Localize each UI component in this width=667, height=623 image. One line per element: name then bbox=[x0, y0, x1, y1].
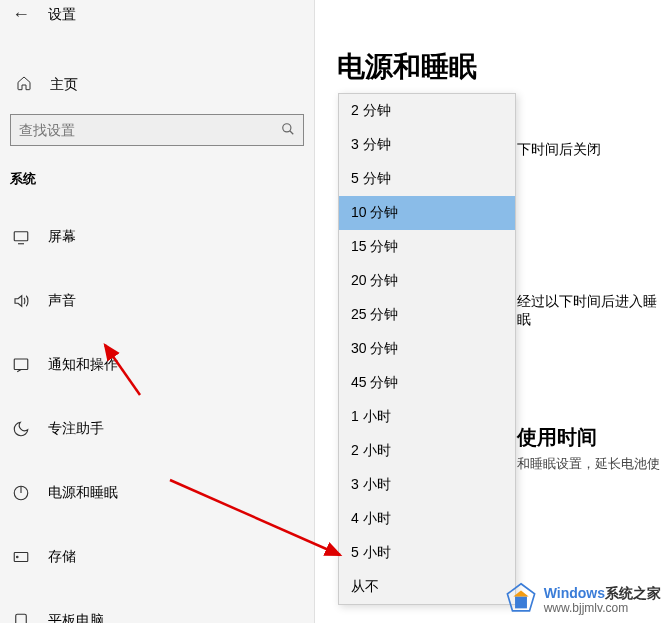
dropdown-option[interactable]: 5 小时 bbox=[339, 536, 515, 570]
dropdown-option[interactable]: 30 分钟 bbox=[339, 332, 515, 366]
storage-icon bbox=[12, 548, 30, 566]
dropdown-option[interactable]: 20 分钟 bbox=[339, 264, 515, 298]
dropdown-option-selected[interactable]: 10 分钟 bbox=[339, 196, 515, 230]
dropdown-option[interactable]: 1 小时 bbox=[339, 400, 515, 434]
dropdown-option[interactable]: 15 分钟 bbox=[339, 230, 515, 264]
svg-rect-2 bbox=[14, 232, 28, 241]
back-icon[interactable]: ← bbox=[12, 4, 30, 25]
section-label: 系统 bbox=[0, 158, 314, 196]
watermark-logo-icon bbox=[504, 582, 538, 619]
dropdown-option[interactable]: 5 分钟 bbox=[339, 162, 515, 196]
nav-label: 屏幕 bbox=[48, 228, 76, 246]
sidebar-item-tablet[interactable]: 平板电脑 bbox=[0, 598, 314, 623]
sidebar: ← 设置 主页 系统 屏幕 声音 bbox=[0, 0, 315, 623]
header-title: 设置 bbox=[48, 6, 76, 24]
svg-rect-22 bbox=[515, 596, 527, 608]
home-icon bbox=[16, 75, 32, 94]
hint-text-partial: 和睡眠设置，延长电池使 bbox=[517, 455, 660, 473]
dropdown-option[interactable]: 25 分钟 bbox=[339, 298, 515, 332]
sidebar-item-notifications[interactable]: 通知和操作 bbox=[0, 342, 314, 388]
svg-rect-10 bbox=[16, 614, 27, 623]
svg-marker-23 bbox=[513, 591, 528, 597]
power-icon bbox=[12, 484, 30, 502]
nav-label: 平板电脑 bbox=[48, 612, 104, 623]
dropdown-option[interactable]: 45 分钟 bbox=[339, 366, 515, 400]
search-icon bbox=[281, 122, 295, 139]
watermark: Windows系统之家 www.bjjmlv.com bbox=[504, 582, 661, 619]
tablet-icon bbox=[12, 612, 30, 623]
dropdown-option[interactable]: 3 小时 bbox=[339, 468, 515, 502]
section-title-partial: 使用时间 bbox=[517, 424, 597, 451]
nav-label: 声音 bbox=[48, 292, 76, 310]
search-box[interactable] bbox=[10, 114, 304, 146]
svg-rect-4 bbox=[14, 359, 28, 370]
sidebar-item-power[interactable]: 电源和睡眠 bbox=[0, 470, 314, 516]
header: ← 设置 bbox=[0, 0, 314, 33]
dropdown-option[interactable]: 4 小时 bbox=[339, 502, 515, 536]
notification-icon bbox=[12, 356, 30, 374]
sidebar-item-home[interactable]: 主页 bbox=[0, 63, 314, 106]
sidebar-item-focus[interactable]: 专注助手 bbox=[0, 406, 314, 452]
watermark-brand: Windows系统之家 bbox=[544, 586, 661, 601]
time-dropdown[interactable]: 2 分钟 3 分钟 5 分钟 10 分钟 15 分钟 20 分钟 25 分钟 3… bbox=[338, 93, 516, 605]
sidebar-item-storage[interactable]: 存储 bbox=[0, 534, 314, 580]
svg-line-1 bbox=[290, 130, 294, 134]
nav-label: 专注助手 bbox=[48, 420, 104, 438]
nav-label: 存储 bbox=[48, 548, 76, 566]
sleep-desc-partial: 经过以下时间后进入睡眠 bbox=[517, 293, 667, 329]
dropdown-option[interactable]: 3 分钟 bbox=[339, 128, 515, 162]
nav-label: 电源和睡眠 bbox=[48, 484, 118, 502]
screen-off-desc-partial: 下时间后关闭 bbox=[517, 141, 601, 159]
home-label: 主页 bbox=[50, 76, 78, 94]
dropdown-option[interactable]: 2 小时 bbox=[339, 434, 515, 468]
search-wrap bbox=[0, 106, 314, 158]
watermark-url: www.bjjmlv.com bbox=[544, 602, 661, 615]
svg-point-0 bbox=[283, 123, 291, 131]
nav-label: 通知和操作 bbox=[48, 356, 118, 374]
sidebar-item-display[interactable]: 屏幕 bbox=[0, 214, 314, 260]
nav-list: 屏幕 声音 通知和操作 专注助手 电源和睡眠 存储 bbox=[0, 214, 314, 623]
display-icon bbox=[12, 228, 30, 246]
search-input[interactable] bbox=[19, 122, 281, 138]
sound-icon bbox=[12, 292, 30, 310]
svg-point-9 bbox=[17, 556, 19, 558]
dropdown-option[interactable]: 2 分钟 bbox=[339, 94, 515, 128]
page-title: 电源和睡眠 bbox=[337, 48, 667, 86]
dropdown-option[interactable]: 从不 bbox=[339, 570, 515, 604]
sidebar-item-sound[interactable]: 声音 bbox=[0, 278, 314, 324]
focus-icon bbox=[12, 420, 30, 438]
